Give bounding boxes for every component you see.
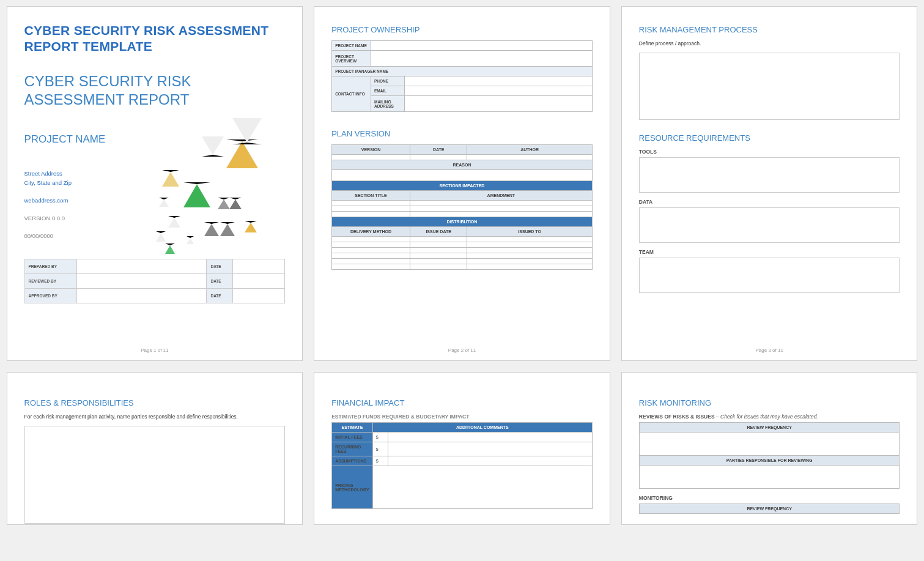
page-1: CYBER SECURITY RISK ASSESSMENT REPORT TE… bbox=[7, 6, 303, 361]
tools-box bbox=[639, 157, 900, 193]
risk-management-heading: RISK MANAGEMENT PROCESS bbox=[639, 25, 900, 34]
risk-process-box bbox=[639, 53, 900, 120]
plan-version-heading: PLAN VERSION bbox=[331, 129, 593, 138]
reviews-sub: REVIEWS OF RISKS & ISSUES – Check for is… bbox=[639, 414, 900, 420]
page-6: RISK MONITORING REVIEWS OF RISKS & ISSUE… bbox=[621, 372, 918, 525]
ownership-table: PROJECT NAME PROJECT OVERVIEW PROJECT MA… bbox=[331, 40, 593, 112]
triangle-art bbox=[165, 133, 285, 241]
page-2: PROJECT OWNERSHIP PROJECT NAME PROJECT O… bbox=[314, 6, 610, 361]
signoff-table: PREPARED BY DATE REVIEWED BY DATE APPROV… bbox=[24, 259, 286, 303]
page-footer: Page 1 of 11 bbox=[7, 347, 303, 353]
data-label: DATA bbox=[639, 199, 900, 205]
template-title: CYBER SECURITY RISK ASSESSMENT REPORT TE… bbox=[24, 23, 286, 55]
prepared-by-label: PREPARED BY bbox=[24, 259, 76, 274]
street-address: Street Address bbox=[24, 169, 165, 178]
roles-heading: ROLES & RESPONSIBILITIES bbox=[24, 398, 286, 407]
team-label: TEAM bbox=[639, 249, 900, 255]
data-box bbox=[639, 207, 900, 243]
team-box bbox=[639, 258, 900, 293]
project-name-heading: PROJECT NAME bbox=[24, 133, 165, 146]
project-ownership-heading: PROJECT OWNERSHIP bbox=[331, 25, 593, 34]
page-footer: Page 2 of 11 bbox=[314, 347, 610, 353]
risk-management-body: Define process / approach. bbox=[639, 40, 900, 46]
page-3: RISK MANAGEMENT PROCESS Define process /… bbox=[621, 6, 918, 361]
tools-label: TOOLS bbox=[639, 149, 900, 155]
plan-version-table: VERSION DATE AUTHOR REASON SECTIONS IMPA… bbox=[331, 144, 593, 270]
resource-requirements-heading: RESOURCE REQUIREMENTS bbox=[639, 133, 900, 143]
financial-table: ESTIMATE ADDITIONAL COMMENTS INITIAL FEE… bbox=[331, 422, 593, 509]
version-text: VERSION 0.0.0 bbox=[24, 214, 165, 223]
risk-monitoring-heading: RISK MONITORING bbox=[639, 398, 900, 407]
city-state-zip: City, State and Zip bbox=[24, 178, 165, 187]
financial-sub: ESTIMATED FUNDS REQUIRED & BUDGETARY IMP… bbox=[331, 414, 593, 420]
reviews-table: REVIEW FREQUENCY PARTIES RESPONSIBLE FOR… bbox=[639, 422, 900, 489]
financial-heading: FINANCIAL IMPACT bbox=[331, 398, 593, 407]
monitoring-table: REVIEW FREQUENCY bbox=[639, 503, 900, 514]
date-text: 00/00/0000 bbox=[24, 231, 165, 240]
page-5: FINANCIAL IMPACT ESTIMATED FUNDS REQUIRE… bbox=[314, 372, 610, 525]
approved-by-label: APPROVED BY bbox=[24, 289, 76, 303]
reviewed-by-label: REVIEWED BY bbox=[24, 274, 76, 289]
web-address: webaddress.com bbox=[24, 196, 165, 205]
roles-body: For each risk management plan activity, … bbox=[24, 414, 286, 420]
page-footer: Page 3 of 11 bbox=[622, 347, 917, 353]
page-4: ROLES & RESPONSIBILITIES For each risk m… bbox=[7, 372, 303, 525]
roles-box bbox=[24, 426, 286, 524]
monitoring-sub: MONITORING bbox=[639, 495, 900, 501]
report-title: CYBER SECURITY RISK ASSESSMENT REPORT bbox=[24, 72, 286, 109]
date-label: DATE bbox=[207, 259, 233, 274]
